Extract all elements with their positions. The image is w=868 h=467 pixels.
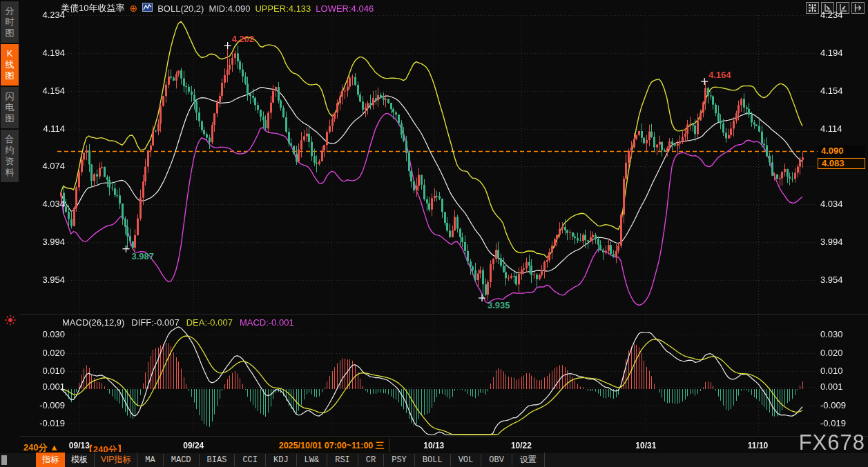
price-annotation: 4.164: [708, 70, 731, 80]
trading-app-window: 分 时 图K 线 图闪 电 图合 约 资 料 美债10年收益率 【240分】 ⊕: [0, 0, 868, 467]
sidebar-tab-3[interactable]: 闪 电 图: [1, 87, 19, 128]
price-tick-label: 4.234: [820, 10, 843, 20]
record-dot-icon[interactable]: [5, 315, 16, 326]
indicator-button-ma[interactable]: MA: [137, 454, 163, 466]
x-axis-date-label: 09/13: [69, 441, 90, 450]
crosshair-icon[interactable]: [806, 2, 819, 14]
toolbar-tab-3[interactable]: VIP指标: [95, 453, 137, 467]
price-tick-label: 4.194: [820, 48, 843, 58]
instrument-title: 美债10年收益率: [61, 2, 124, 14]
macd-tick-label: 0.020: [820, 348, 843, 358]
sidebar-tab-2[interactable]: K 线 图: [1, 44, 19, 86]
mid-price-tag: 4.090: [818, 146, 865, 157]
macd-tick-label: 0.030: [26, 329, 65, 339]
price-tick-label: 3.954: [820, 275, 843, 285]
toolbar-tab-2[interactable]: 模板: [65, 453, 95, 467]
price-tick-label: 3.954: [26, 275, 65, 285]
price-tick-label: 4.034: [820, 199, 843, 209]
macd-diff-value: DIFF:-0.007: [131, 317, 179, 328]
macd-bar-value: MACD:-0.001: [240, 317, 294, 328]
macd-tick-label: 0.010: [820, 366, 843, 376]
chart-header: 美债10年收益率 【240分】 ⊕ BOLL(20,2) MID:4.090 U…: [61, 2, 374, 14]
panel-handle-icon[interactable]: [1, 455, 7, 465]
boll-upper-value: UPPER:4.133: [255, 3, 311, 14]
crosshair-time-readout: 2025/10/01 07:00~11:00 三: [274, 439, 389, 453]
price-annotation: 3.935: [488, 300, 510, 310]
price-tick-label: 3.994: [820, 237, 843, 247]
macd-tick-label: 0.030: [820, 329, 843, 339]
price-annotation: 3.987: [132, 251, 155, 261]
chart-canvas[interactable]: [19, 0, 868, 452]
price-tick-label: 4.154: [820, 86, 843, 96]
price-tick-label: 4.074: [26, 161, 65, 171]
period-selector-label: 240分: [23, 442, 48, 453]
x-axis-date-label: 10/22: [511, 441, 532, 450]
indicator-button-vol[interactable]: VOL: [451, 454, 482, 466]
indicator-button-设置[interactable]: 设置: [512, 453, 545, 467]
price-annotation: 4.202: [232, 34, 255, 44]
x-axis-date-label: 10/13: [423, 441, 444, 450]
indicator-toolbar: 指标模板VIP指标MAMACDBIASCCIKDJLW&RSICRPSYBOLL…: [0, 452, 868, 467]
chevron-up-icon: ▲: [50, 442, 59, 453]
indicator-button-cr[interactable]: CR: [358, 454, 384, 466]
mini-linechart-icon: [142, 3, 153, 14]
macd-tick-label: -0.019: [26, 418, 65, 428]
axis-shift-icon[interactable]: [851, 2, 865, 14]
macd-params-label: MACD(26,12,9): [62, 317, 124, 328]
chart-type-sidebar: 分 时 图K 线 图闪 电 图合 约 资 料: [0, 0, 19, 467]
sidebar-tab-4[interactable]: 合 约 资 料: [1, 130, 19, 182]
price-tick-label: 4.234: [26, 10, 65, 20]
indicator-button-psy[interactable]: PSY: [384, 454, 415, 466]
price-tick-label: 4.154: [26, 86, 65, 96]
boll-params-label: BOLL(20,2): [157, 3, 204, 14]
sidebar-tab-1[interactable]: 分 时 图: [1, 1, 19, 43]
price-tick-label: 4.034: [26, 199, 65, 209]
price-tick-label: 4.114: [26, 123, 65, 134]
indicator-button-macd[interactable]: MACD: [164, 454, 200, 466]
macd-tick-label: 0.020: [26, 348, 65, 358]
macd-tick-label: 0.001: [26, 381, 65, 392]
last-price-tag: 4.083: [818, 158, 865, 169]
toolbar-tab-1[interactable]: 指标: [36, 453, 65, 467]
indicator-button-bias[interactable]: BIAS: [200, 454, 235, 466]
add-compare-icon[interactable]: ⊕: [129, 3, 137, 14]
macd-header: MACD(26,12,9) DIFF:-0.007 DEA:-0.007 MAC…: [62, 317, 294, 328]
indicator-button-kdj[interactable]: KDJ: [266, 454, 297, 466]
x-axis-date-label: 11/10: [748, 441, 768, 450]
price-tick-label: 4.114: [820, 123, 842, 134]
macd-tick-label: 0.010: [26, 366, 65, 376]
indicator-button-obv[interactable]: OBV: [481, 454, 512, 466]
price-tick-label: 3.994: [26, 237, 65, 247]
x-axis-date-label: 10/31: [635, 441, 656, 450]
indicator-button-cci[interactable]: CCI: [235, 454, 266, 466]
price-tick-label: 4.194: [26, 48, 65, 58]
macd-tick-label: -0.019: [820, 418, 846, 428]
macd-tick-label: -0.009: [820, 400, 846, 410]
indicator-button-lw&[interactable]: LW&: [297, 454, 328, 466]
boll-lower-value: LOWER:4.046: [316, 3, 374, 14]
macd-tick-label: -0.009: [26, 400, 65, 410]
indicator-button-rsi[interactable]: RSI: [327, 454, 358, 466]
boll-mid-value: MID:4.090: [209, 3, 250, 14]
x-axis-date-label: 09/24: [183, 441, 204, 450]
macd-tick-label: 0.001: [820, 381, 843, 392]
macd-dea-value: DEA:-0.007: [186, 317, 233, 328]
indicator-button-boll[interactable]: BOLL: [415, 454, 451, 466]
